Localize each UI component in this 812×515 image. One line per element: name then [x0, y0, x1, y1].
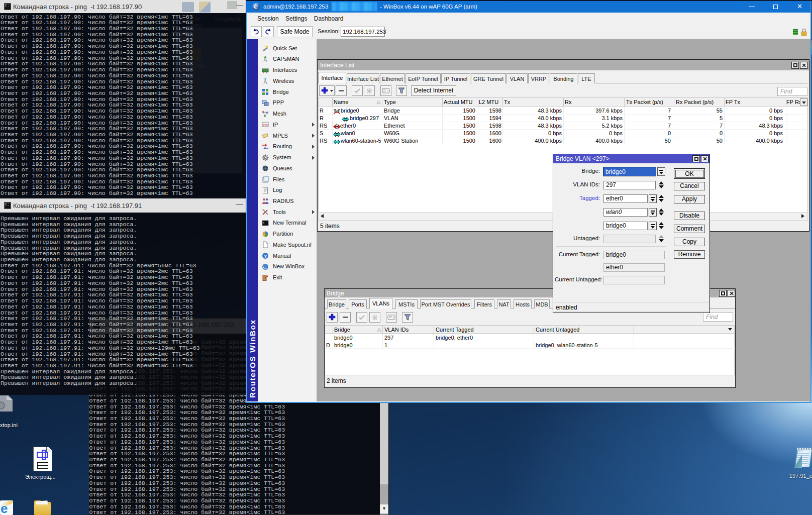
svg-text:255: 255 [263, 124, 268, 127]
svg-text:?: ? [264, 254, 267, 259]
